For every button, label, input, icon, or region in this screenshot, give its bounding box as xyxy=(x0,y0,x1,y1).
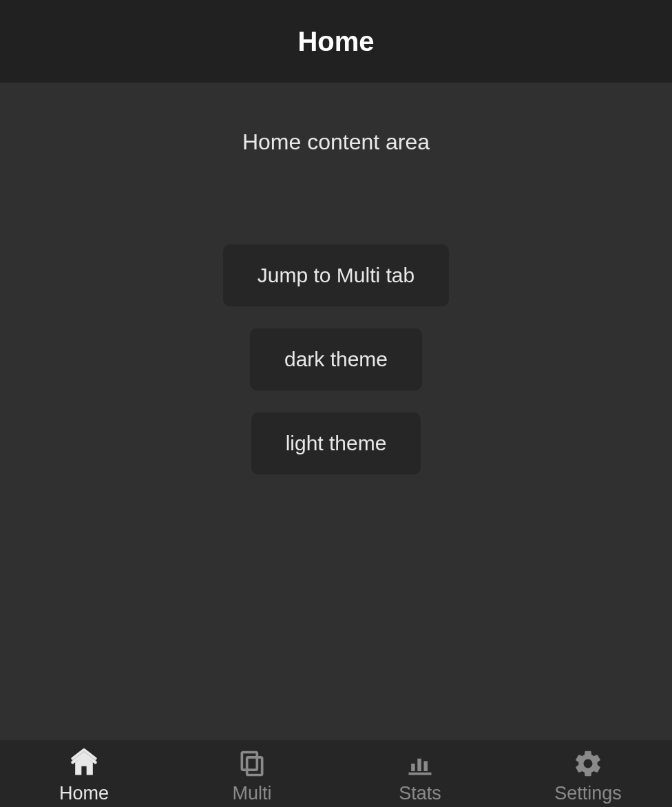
tab-settings[interactable]: Settings xyxy=(533,748,643,804)
app-header: Home xyxy=(0,0,672,83)
content-description: Home content area xyxy=(242,129,430,155)
tab-multi-label: Multi xyxy=(232,783,271,804)
dark-theme-button[interactable]: dark theme xyxy=(250,328,422,390)
svg-rect-1 xyxy=(247,757,262,775)
tab-stats-label: Stats xyxy=(399,783,441,804)
svg-rect-5 xyxy=(409,773,432,775)
svg-rect-4 xyxy=(424,761,428,771)
svg-rect-0 xyxy=(242,753,257,771)
multi-icon xyxy=(237,748,267,779)
bottom-tab-bar: Home Multi Stats Settings xyxy=(0,740,672,807)
tab-home[interactable]: Home xyxy=(29,748,139,804)
svg-rect-3 xyxy=(417,759,421,771)
tab-multi[interactable]: Multi xyxy=(197,748,307,804)
light-theme-button[interactable]: light theme xyxy=(251,412,421,474)
home-icon xyxy=(69,748,99,779)
tab-stats[interactable]: Stats xyxy=(365,748,475,804)
settings-icon xyxy=(573,748,603,779)
svg-rect-2 xyxy=(411,764,415,771)
page-title: Home xyxy=(297,26,374,57)
stats-icon xyxy=(405,748,435,779)
content-area: Home content area Jump to Multi tab dark… xyxy=(0,83,672,740)
jump-to-multi-button[interactable]: Jump to Multi tab xyxy=(223,244,449,306)
tab-settings-label: Settings xyxy=(554,783,622,804)
tab-home-label: Home xyxy=(59,783,109,804)
